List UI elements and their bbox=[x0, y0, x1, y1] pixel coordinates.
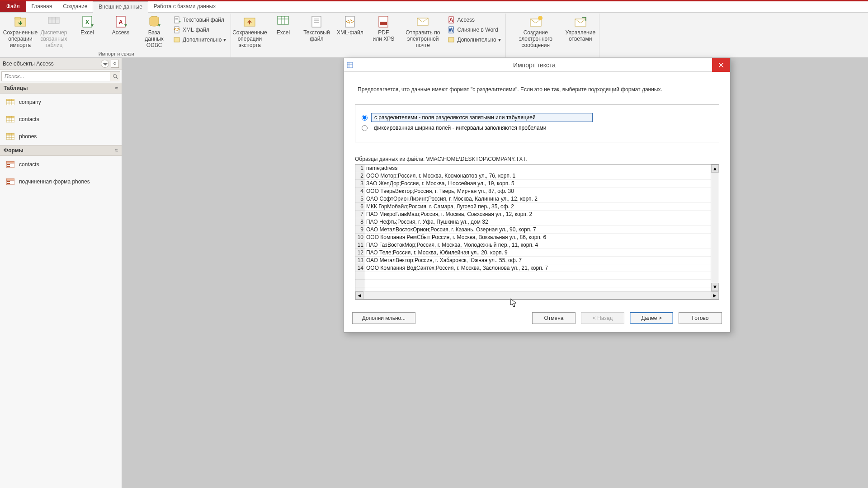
scroll-right-button[interactable]: ► bbox=[711, 291, 719, 299]
nav-item-label: contacts bbox=[19, 116, 39, 122]
ribbon-label: Дополнительно bbox=[457, 37, 496, 43]
ribbon-export-more[interactable]: Дополнительно ▾ bbox=[446, 35, 502, 44]
more-icon bbox=[174, 36, 181, 43]
svg-rect-59 bbox=[7, 166, 10, 167]
nav-table-phones[interactable]: phones bbox=[0, 128, 122, 145]
ribbon-import-text-file[interactable]: Текстовый файл bbox=[172, 15, 228, 24]
new-email-icon bbox=[528, 14, 543, 29]
svg-rect-35 bbox=[448, 38, 454, 42]
tab-external-data[interactable]: Внешние данные bbox=[93, 1, 148, 13]
ribbon-saved-imports[interactable]: Сохраненные операции импорта bbox=[5, 14, 36, 48]
xml-file-icon: <> bbox=[174, 26, 181, 33]
ribbon-word-merge[interactable]: W Слияние в Word bbox=[446, 25, 502, 34]
word-icon: W bbox=[448, 26, 455, 33]
search-button[interactable] bbox=[110, 72, 120, 81]
radio-fixed-width-label: фиксированная ширина полей - интервалы з… bbox=[371, 124, 549, 132]
tab-file[interactable]: Файл bbox=[0, 1, 26, 12]
ribbon-group-label: Импорт и связи bbox=[5, 50, 228, 57]
ribbon-export-xml[interactable]: </> XML-файл bbox=[334, 14, 366, 36]
sample-data-box: 1234567891011121314 name;adressООО Мотор… bbox=[355, 164, 719, 300]
svg-text:W: W bbox=[449, 27, 454, 33]
ribbon-label: Отправить по электронной почте bbox=[401, 30, 444, 48]
email-icon bbox=[415, 14, 430, 29]
excel-icon bbox=[276, 14, 290, 29]
svg-rect-58 bbox=[7, 164, 10, 165]
nav-menu-button[interactable] bbox=[101, 60, 109, 68]
tab-home[interactable]: Главная bbox=[26, 1, 58, 12]
scroll-down-button[interactable]: ▼ bbox=[711, 283, 719, 291]
scroll-up-button[interactable]: ▲ bbox=[711, 164, 719, 173]
section-label: Таблицы bbox=[4, 85, 28, 91]
svg-text:A: A bbox=[119, 19, 123, 25]
ribbon-export-excel[interactable]: Excel bbox=[267, 14, 299, 36]
ribbon-export-text[interactable]: Текстовый файл bbox=[301, 14, 332, 42]
nav-form-item[interactable]: contacts bbox=[0, 156, 122, 173]
ribbon-label: Текстовый файл bbox=[303, 30, 330, 42]
nav-table-contacts[interactable]: contacts bbox=[0, 111, 122, 128]
ribbon-group-label bbox=[234, 50, 502, 57]
ribbon-label: Excel bbox=[80, 30, 94, 36]
ribbon-group-label bbox=[509, 50, 596, 57]
ribbon-label: XML-файл bbox=[183, 27, 209, 33]
more-options-button[interactable]: Дополнительно... bbox=[352, 312, 415, 324]
ribbon-export-pdf[interactable]: PDF или XPS bbox=[368, 14, 399, 42]
svg-rect-16 bbox=[174, 38, 179, 42]
svg-rect-29 bbox=[380, 22, 387, 25]
xml-file-icon: </> bbox=[343, 14, 357, 29]
dialog-close-button[interactable] bbox=[712, 58, 730, 72]
cancel-button[interactable]: Отмена bbox=[532, 312, 576, 324]
nav-search bbox=[1, 71, 120, 81]
nav-collapse-button[interactable]: « bbox=[111, 60, 119, 68]
ribbon-export-access[interactable]: A Access bbox=[446, 15, 502, 24]
svg-point-39 bbox=[113, 75, 116, 78]
ribbon-create-email[interactable]: Создание электронного сообщения bbox=[509, 14, 563, 48]
nav-table-company[interactable]: company bbox=[0, 94, 122, 111]
scroll-left-button[interactable]: ◄ bbox=[355, 291, 363, 299]
ribbon-export-email[interactable]: Отправить по электронной почте bbox=[401, 14, 444, 48]
ribbon-import-more[interactable]: Дополнительно ▾ bbox=[172, 35, 228, 44]
finish-button[interactable]: Готово bbox=[679, 312, 722, 324]
ribbon-import-access[interactable]: A Access bbox=[105, 14, 137, 36]
ribbon-label: Диспетчер связанных таблиц bbox=[38, 30, 70, 48]
ribbon: Сохраненные операции импорта Диспетчер с… bbox=[0, 13, 868, 58]
radio-delimited[interactable] bbox=[362, 115, 368, 121]
scroll-track[interactable] bbox=[711, 173, 719, 283]
saved-imports-icon bbox=[13, 14, 28, 29]
horizontal-scrollbar[interactable]: ◄ ► bbox=[355, 291, 719, 299]
tab-database-tools[interactable]: Работа с базами данных bbox=[148, 1, 221, 12]
ribbon-saved-exports[interactable]: Сохраненные операции экспорта bbox=[234, 14, 265, 48]
ribbon-label: Дополнительно bbox=[183, 37, 222, 43]
svg-rect-64 bbox=[347, 62, 353, 68]
nav-section-tables[interactable]: Таблицы ≈ bbox=[0, 83, 122, 94]
svg-text:</>: </> bbox=[346, 19, 354, 25]
ribbon-label: Создание электронного сообщения bbox=[509, 30, 563, 48]
ribbon-import-xml-file[interactable]: <> XML-файл bbox=[172, 25, 228, 34]
vertical-scrollbar[interactable]: ▲ ▼ bbox=[711, 164, 719, 291]
svg-rect-52 bbox=[6, 133, 14, 135]
nav-item-label: contacts bbox=[19, 161, 39, 168]
nav-section-forms[interactable]: Формы ≈ bbox=[0, 145, 122, 156]
svg-text:X: X bbox=[85, 19, 89, 25]
ribbon-import-excel[interactable]: X Excel bbox=[71, 14, 103, 36]
ribbon-manage-replies[interactable]: Управление ответами bbox=[565, 14, 596, 42]
form-icon bbox=[6, 178, 14, 185]
svg-text:A: A bbox=[449, 17, 453, 23]
svg-line-40 bbox=[116, 77, 118, 79]
excel-icon: X bbox=[80, 14, 94, 29]
next-button[interactable]: Далее > bbox=[630, 312, 673, 324]
saved-exports-icon bbox=[242, 14, 257, 29]
scroll-track[interactable] bbox=[363, 291, 711, 299]
database-icon bbox=[147, 14, 161, 29]
more-icon bbox=[448, 36, 455, 43]
sample-lines: name;adressООО Мотор;Россия, г. Москва, … bbox=[365, 164, 711, 291]
nav-form-item[interactable]: подчиненная форма phones bbox=[0, 173, 122, 190]
ribbon-linked-table-manager: Диспетчер связанных таблиц bbox=[38, 14, 70, 48]
tab-create[interactable]: Создание bbox=[57, 1, 93, 12]
nav-item-label: подчиненная форма phones bbox=[19, 178, 90, 185]
manage-replies-icon bbox=[573, 14, 588, 29]
radio-fixed-width[interactable] bbox=[362, 125, 368, 131]
ribbon-label: Слияние в Word bbox=[457, 27, 498, 33]
line-number-gutter: 1234567891011121314 bbox=[355, 164, 365, 291]
search-input[interactable] bbox=[2, 72, 110, 81]
ribbon-import-odbc[interactable]: База данных ODBC bbox=[138, 14, 170, 48]
